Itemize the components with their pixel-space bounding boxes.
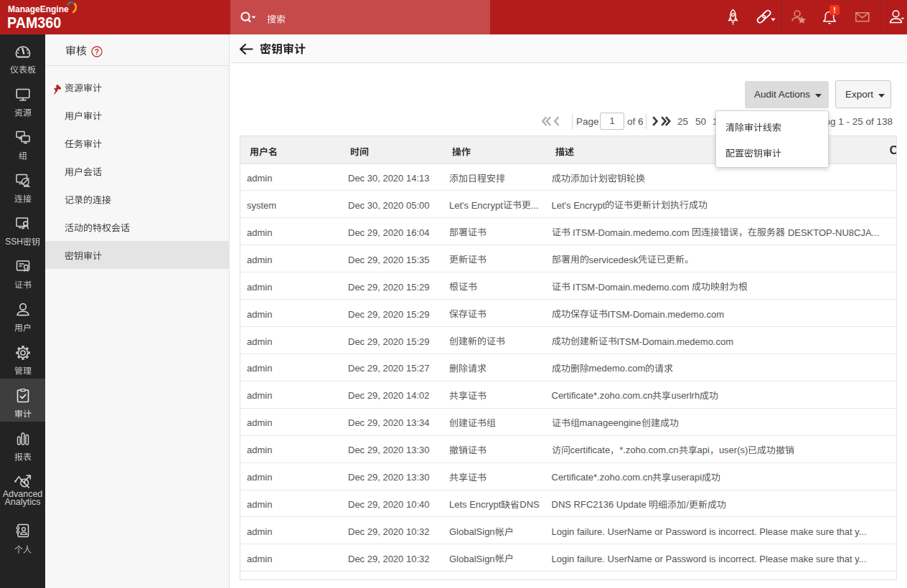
svg-text:?: ? <box>95 47 99 56</box>
